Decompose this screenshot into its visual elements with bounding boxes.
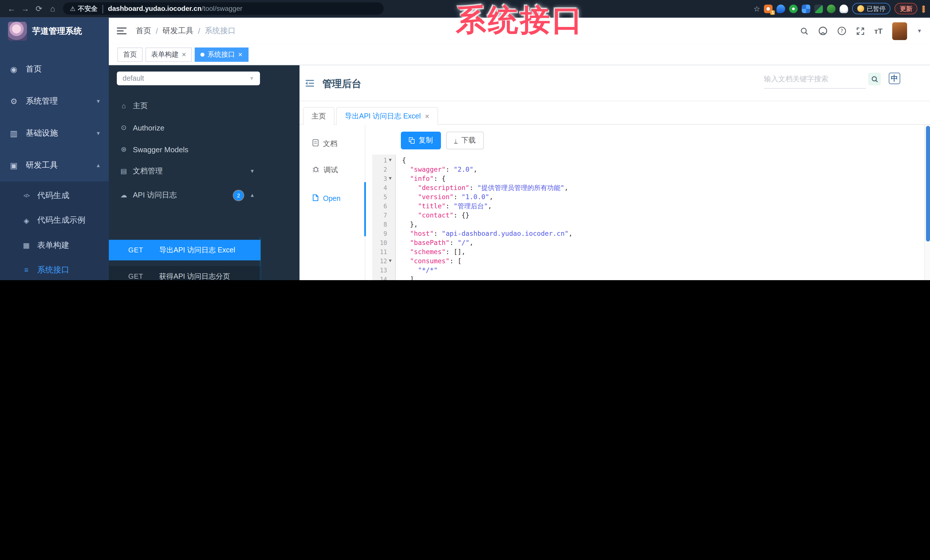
sidebar-subitem-0[interactable]: </>代码生成 [0,183,109,208]
extension-icon-blue-drop[interactable] [777,4,785,13]
close-icon[interactable]: ✕ [182,51,186,58]
side-tab-文档[interactable]: 文档 [300,134,365,153]
url-path: /tool/swagger [202,5,243,12]
line-number: 11 [372,247,387,256]
sidebar-item-label: 基础设施 [26,128,58,138]
language-toggle[interactable]: 中 [889,73,900,84]
breadcrumb-separator: / [198,27,200,35]
chevron-down-icon: ▼ [249,75,254,81]
api-group-select[interactable]: default ▼ [117,72,260,85]
home-icon[interactable]: ⌂ [46,4,60,13]
back-icon[interactable]: ← [5,4,18,13]
doc-search-input[interactable]: 输入文档关键字搜索 [764,74,866,89]
api-menu-item-1[interactable]: ⊙Authorize [109,118,260,137]
tag-tab-1[interactable]: 表单构建✕ [145,47,192,61]
tag-tab-2[interactable]: 系统接口✕ [195,47,248,61]
copy-button[interactable]: 复制 [401,132,441,149]
sidebar-collapse-icon[interactable] [117,28,126,34]
chevron-down-icon: ▼ [95,130,101,136]
github-icon[interactable] [818,26,827,35]
update-button[interactable]: 更新 [895,3,918,14]
close-icon[interactable]: ✕ [238,51,243,58]
bug-icon [312,166,320,175]
breadcrumb-item-0[interactable]: 首页 [136,26,151,36]
code-line: 4 "description": "提供管理员管理的所有功能", [372,183,923,192]
extension-icon-green-circle[interactable] [790,4,798,13]
extension-icon-blue-grid[interactable] [802,4,811,13]
api-menu-item-2[interactable]: ⊛Swagger Models [109,140,260,159]
editor-scrollbar-thumb[interactable] [926,126,930,241]
menu-fold-icon[interactable] [305,79,315,90]
editor-scrollbar[interactable] [924,125,930,280]
doc-search-placeholder: 输入文档关键字搜索 [764,74,866,89]
http-method-label: GET [128,272,143,280]
doc-tab-0[interactable]: 主页 [303,107,334,125]
help-icon[interactable]: ? [837,26,846,35]
code-content: }, [402,220,418,229]
api-menu-item-0[interactable]: ⌂主页 [109,96,260,116]
download-icon: ↓ [454,137,457,144]
code-content: "schemes": [], [402,247,466,256]
security-label[interactable]: 不安全 [78,4,98,13]
operation-label: 导出API 访问日志 Excel [159,245,235,255]
extension-icon-dark-green[interactable] [815,4,823,13]
sidebar-item-3[interactable]: ▣研发工具▲ [0,149,109,181]
api-menu-item-4[interactable]: ☁API 访问日志2▲ [109,186,260,205]
extension-icon-puzzle[interactable] [840,4,848,13]
tag-label: 首页 [123,49,137,59]
browser-menu-icon[interactable]: ●●● [922,5,925,12]
sidebar-item-2[interactable]: ▥基础设施▼ [0,117,109,149]
doc-search-icon[interactable] [868,73,881,85]
doc-tab-1[interactable]: 导出API 访问日志 Excel✕ [336,107,438,125]
close-icon[interactable]: ✕ [425,113,430,119]
line-number: 4 [372,183,387,192]
line-number: 3 [372,174,387,183]
forward-icon[interactable]: → [18,4,32,13]
code-content: "basePath": "/", [402,238,473,247]
sidebar-item-label: 系统管理 [26,96,58,106]
app-logo-row[interactable]: 芋道管理系统 [0,18,109,44]
profile-paused-pill[interactable]: 已暂停 [852,3,891,14]
code-content: "contact": {} [402,210,469,220]
chevron-down-icon[interactable]: ▼ [250,168,255,174]
chevron-down-icon[interactable]: ▼ [917,28,922,34]
code-content: ], [402,275,418,280]
chevron-up-icon[interactable]: ▲ [250,192,255,198]
extension-icon-orange[interactable]: 1 [764,4,773,13]
api-operation-1[interactable]: GET获得API 访问日志分页 [109,266,260,280]
search-icon[interactable] [800,27,808,35]
extension-icon-leaf[interactable] [827,4,836,13]
side-tab-open[interactable]: Open [300,189,365,208]
fold-arrow-icon[interactable]: ▼ [389,256,392,265]
sidebar-item-0[interactable]: ◉首页 [0,53,109,85]
api-icon: ≡ [21,266,31,275]
font-size-icon[interactable]: тT [875,27,883,35]
api-menu-item-3[interactable]: ▤文档管理▼ [109,161,260,181]
sidebar-subitem-2[interactable]: ▦表单构建 [0,233,109,258]
line-number: 8 [372,220,387,229]
code-content: { [402,156,406,165]
side-tab-调试[interactable]: 调试 [300,160,365,180]
fullscreen-icon[interactable] [856,27,865,35]
api-operation-0[interactable]: GET导出API 访问日志 Excel [109,240,260,261]
breadcrumb-item-1[interactable]: 研发工具 [163,26,194,36]
sidebar-subitem-3[interactable]: ≡系统接口 [0,258,109,280]
fold-arrow-icon[interactable]: ▼ [389,156,392,165]
reload-icon[interactable]: ⟳ [32,4,46,13]
sidebar-item-1[interactable]: ⚙系统管理▼ [0,85,109,117]
api-menu-label: API 访问日志 [133,190,177,200]
tag-tab-0[interactable]: 首页 [117,47,143,61]
user-avatar[interactable] [892,22,907,40]
bookmark-star-icon[interactable]: ☆ [753,4,760,13]
sidebar-subitem-label: 代码生成 [37,190,69,201]
http-method-label: GET [128,246,143,254]
address-bar[interactable]: ⚠ 不安全 | dashboard.yudao.iocoder.cn /tool… [63,2,384,15]
warning-icon: ⚠ [70,5,75,12]
code-icon: </> [21,193,31,199]
code-editor[interactable]: 1▼{2 "swagger": "2.0",3▼ "info": {4 "des… [372,155,923,280]
download-button[interactable]: ↓ 下载 [446,132,483,149]
sidebar-subitem-1[interactable]: ◈代码生成示例 [0,208,109,233]
fold-arrow-icon[interactable]: ▼ [389,174,392,183]
copy-icon [409,137,414,144]
dashboard-icon: ◉ [9,64,19,74]
